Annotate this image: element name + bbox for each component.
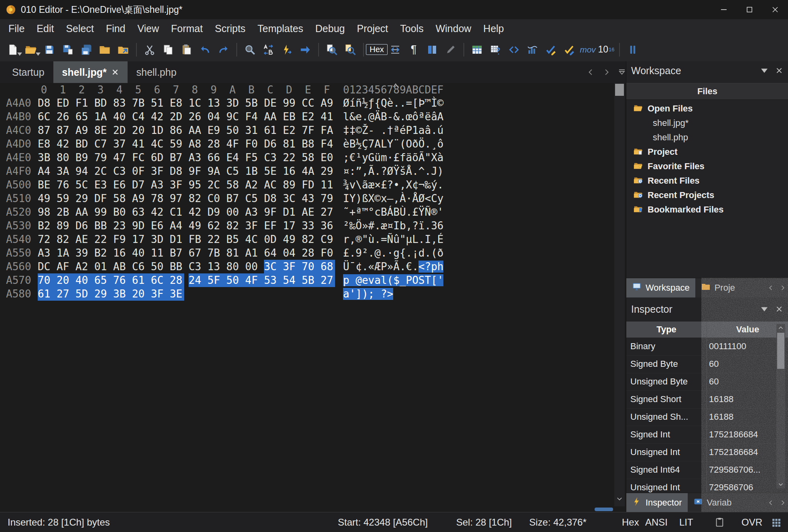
hex-byte[interactable]: 51 [151, 96, 170, 110]
hex-byte[interactable]: 20 [132, 287, 151, 301]
hex-byte[interactable]: CC [302, 96, 321, 110]
scroll-up-icon[interactable] [778, 325, 784, 331]
hex-byte[interactable]: 76 [113, 273, 132, 287]
ascii-text[interactable]: Øíñ½ƒ{Qè..=[Þ™Ì© [343, 96, 443, 110]
hex-byte[interactable]: 37 [113, 137, 132, 151]
inspector-row-signed-int64[interactable]: Signed Int64729586706... [626, 461, 788, 479]
hex-byte[interactable]: BB [94, 219, 113, 233]
toolbar-histogram-button[interactable] [523, 40, 542, 59]
hex-byte[interactable]: 3E [170, 287, 184, 301]
hex-byte[interactable]: 00 [226, 205, 245, 219]
hex-byte[interactable]: 61 [264, 123, 283, 137]
hex-byte[interactable]: D8 [264, 192, 283, 205]
toolbar-close-file-button[interactable] [95, 40, 114, 59]
hex-byte[interactable]: 50 [226, 273, 245, 287]
ascii-text[interactable]: IY)ßX©x—‚À·ÅØ<Cy [343, 192, 443, 205]
hex-byte[interactable]: 65 [75, 110, 94, 123]
hex-byte[interactable]: 86 [170, 123, 189, 137]
hex-byte[interactable]: 59 [170, 137, 189, 151]
hex-byte[interactable]: 9D [132, 219, 151, 233]
toolbar-find-next-button[interactable] [296, 40, 315, 59]
toolbar-find-in-files-button[interactable] [323, 40, 341, 59]
tab-shell-php[interactable]: shell.php [128, 61, 185, 83]
hex-byte[interactable]: 43 [302, 192, 321, 205]
hex-byte[interactable]: 42 [189, 205, 207, 219]
hex-byte[interactable]: 7F [302, 123, 321, 137]
hex-byte[interactable]: C9 [321, 233, 339, 246]
hex-byte[interactable]: B7 [226, 192, 245, 205]
hex-byte[interactable]: 4F [245, 273, 264, 287]
hex-byte[interactable]: 22 [283, 151, 302, 164]
hex-byte[interactable]: A3 [245, 205, 264, 219]
hex-byte[interactable]: 1A [57, 246, 75, 260]
hex-byte[interactable]: D6 [264, 137, 283, 151]
hex-byte[interactable]: 50 [151, 260, 170, 273]
workspace-menu-dropdown-icon[interactable] [761, 69, 768, 73]
hex-byte[interactable]: F0 [321, 246, 339, 260]
hex-byte[interactable]: 81 [226, 246, 245, 260]
scroll-down-icon[interactable] [616, 495, 623, 502]
hex-byte[interactable]: B9 [75, 151, 94, 164]
toolbar-save-all-button[interactable] [77, 40, 95, 59]
ascii-text[interactable]: ¾v\ãæ×£?•,X¢¬‰ý. [343, 178, 443, 192]
hex-byte[interactable]: D6 [75, 219, 94, 233]
hex-byte[interactable]: 58 [226, 178, 245, 192]
hex-byte[interactable]: A2 [75, 260, 94, 273]
hex-byte[interactable]: 5F [207, 273, 226, 287]
hex-byte[interactable]: AC [264, 178, 283, 192]
scroll-down-icon[interactable] [778, 481, 784, 487]
hex-byte[interactable]: 40 [132, 246, 151, 260]
hex-byte[interactable]: A8 [189, 137, 207, 151]
hex-byte[interactable]: 94 [75, 164, 94, 178]
clipboard-icon[interactable] [714, 517, 725, 528]
hex-byte[interactable]: AA [264, 110, 283, 123]
toolbar-calculator-button[interactable] [468, 40, 486, 59]
hex-byte[interactable]: 11 [151, 246, 170, 260]
hex-byte[interactable]: 33 [302, 219, 321, 233]
menu-templates[interactable]: Templates [252, 23, 309, 34]
hex-byte[interactable]: A3 [38, 246, 57, 260]
hex-byte[interactable]: 29 [94, 287, 113, 301]
hex-byte[interactable]: 3A [57, 164, 75, 178]
hex-byte[interactable]: 68 [321, 260, 335, 273]
hex-byte[interactable]: E8 [170, 96, 189, 110]
tree-item-project[interactable]: Project [626, 145, 788, 159]
hex-byte[interactable]: 78 [151, 192, 170, 205]
ascii-text[interactable]: r‚®"ù.=Ñû"µL.I‚É [343, 233, 443, 246]
hex-byte[interactable]: 17 [132, 233, 151, 246]
hex-byte[interactable]: 42 [151, 205, 170, 219]
hex-byte[interactable]: E2 [302, 110, 321, 123]
workspace-close-icon[interactable] [776, 67, 783, 74]
toolbar-undo-button[interactable] [196, 40, 214, 59]
hex-byte[interactable]: 3F [151, 287, 170, 301]
hex-byte[interactable]: 4F [226, 137, 245, 151]
chevron-right-icon[interactable] [779, 499, 786, 506]
hex-byte[interactable]: 62 [207, 219, 226, 233]
ascii-text[interactable]: Ü¯¢.«ÆP»Ã.€.<?ph [343, 260, 443, 273]
hex-byte[interactable]: F9 [113, 233, 132, 246]
hex-byte[interactable]: E6 [113, 178, 132, 192]
menu-tools[interactable]: Tools [394, 23, 429, 34]
hex-byte[interactable]: 89 [57, 219, 75, 233]
hex-byte[interactable]: 4C [245, 233, 264, 246]
toolbar-save-as-button[interactable] [59, 40, 77, 59]
ascii-text[interactable]: èB½Ç7ALY¨(OðÖ.¸ô [343, 137, 443, 151]
menu-edit[interactable]: Edit [30, 23, 60, 34]
hex-byte[interactable]: 04 [207, 110, 226, 123]
hex-byte[interactable]: 80 [226, 260, 245, 273]
hex-byte[interactable]: F4 [321, 137, 339, 151]
status-ovr-toggle[interactable]: OVR [741, 512, 762, 532]
hex-byte[interactable]: A3 [189, 151, 207, 164]
hex-byte[interactable]: 95 [189, 178, 207, 192]
hex-byte[interactable]: 2C [94, 164, 113, 178]
hex-byte[interactable]: 2D [113, 123, 132, 137]
hex-byte[interactable]: 16 [113, 246, 132, 260]
hex-byte[interactable]: 4C [151, 137, 170, 151]
hex-byte[interactable]: 40 [113, 110, 132, 123]
tree-item-bookmarked-files[interactable]: Bookmarked Files [626, 202, 788, 217]
ascii-text[interactable]: ;€¹yGüm·£fäõÃ"Xà [343, 151, 443, 164]
hex-byte[interactable]: 2B [57, 205, 75, 219]
hex-byte[interactable]: 28 [207, 137, 226, 151]
hex-byte[interactable]: E4 [226, 151, 245, 164]
hex-byte[interactable]: 6C [38, 110, 57, 123]
